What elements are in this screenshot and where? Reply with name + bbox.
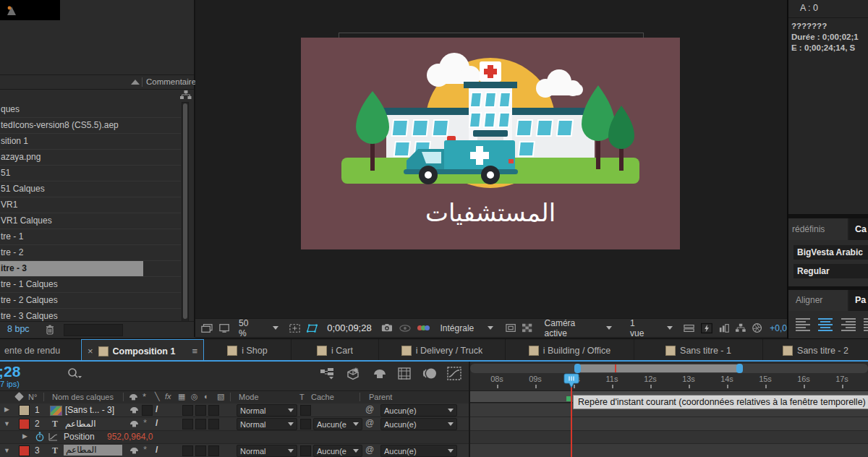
snapshot-camera-icon[interactable] [381, 323, 393, 333]
tab-sans-titre-2[interactable]: Sans titre - 2 [763, 339, 868, 362]
switch-box[interactable] [182, 419, 193, 430]
quality-switch[interactable]: / [156, 404, 158, 414]
always-preview-icon[interactable] [201, 323, 213, 333]
font-family-field[interactable]: BigVesta Arabic [793, 245, 868, 260]
track-row[interactable] [470, 431, 868, 444]
font-style-field[interactable]: Regular [793, 264, 868, 278]
collapse-switch[interactable] [142, 405, 153, 416]
mode-dropdown[interactable]: Normal [237, 445, 297, 457]
tab-caractere[interactable]: Ca [849, 218, 868, 240]
column-cache[interactable]: Cache [311, 393, 334, 401]
grid-guides-icon[interactable] [289, 323, 300, 333]
current-time-indicator[interactable] [563, 373, 579, 388]
tab-render-queue[interactable]: ente de rendu [0, 339, 81, 362]
rgb-channels-icon[interactable] [417, 325, 430, 330]
expand-icon[interactable]: ▼ [4, 447, 10, 454]
resolution-dropdown-icon[interactable] [488, 326, 493, 330]
comp-flowchart-icon[interactable] [736, 323, 746, 333]
parent-dropdown[interactable]: Aucun(e) [380, 404, 457, 417]
show-snapshot-eye-icon[interactable] [399, 324, 411, 333]
quality-switch[interactable]: / [156, 445, 158, 455]
mask-visibility-icon[interactable] [307, 323, 318, 333]
track-row[interactable] [470, 444, 868, 457]
switch-box[interactable] [195, 405, 206, 416]
project-item[interactable]: tedIcons-version8 (CS5.5).aep [0, 118, 181, 134]
timeline-button-icon[interactable] [719, 323, 729, 333]
tab-sans-titre-1[interactable]: Sans titre - 1 [634, 339, 763, 362]
layer-row-1[interactable]: ▶ 1 [Sans t... - 3] / Normal @ Aucun(e) [0, 403, 469, 417]
tab-i-shop[interactable]: i Shop [204, 339, 292, 362]
mode-dropdown[interactable]: Normal [237, 404, 297, 417]
parent-dropdown[interactable]: Aucun(e) [380, 418, 457, 430]
layer-color-swatch[interactable] [19, 419, 30, 430]
search-icon[interactable] [67, 367, 82, 380]
expand-icon[interactable]: ▶ [22, 432, 27, 440]
layer-row-3[interactable]: ▼ 3 T المطاعم * / Normal Aucun(e @ Aucun… [0, 444, 469, 457]
comp-mini-flowchart-icon[interactable] [320, 368, 336, 380]
project-item[interactable]: ques [0, 102, 181, 118]
timeline-current-time[interactable]: ;28 [0, 363, 20, 380]
navigator-bar[interactable] [577, 364, 741, 372]
layer-color-swatch[interactable] [19, 445, 30, 456]
quality-switch[interactable]: / [156, 418, 158, 428]
switch-box[interactable] [195, 445, 206, 456]
roi-icon[interactable] [506, 323, 516, 333]
switch-box[interactable] [208, 419, 219, 430]
shutter-icon[interactable] [752, 323, 762, 333]
timeline-navigator[interactable] [470, 364, 868, 373]
project-item[interactable]: VR1 [0, 197, 181, 213]
tab-close-icon[interactable]: × [88, 346, 93, 356]
resolution-select[interactable]: Intégrale [441, 323, 475, 333]
mode-dropdown[interactable]: Normal [237, 418, 297, 430]
switch-box[interactable] [182, 445, 193, 456]
motion-blur-icon[interactable] [422, 367, 437, 380]
track-matte-box[interactable] [300, 419, 311, 430]
layer-name[interactable]: [Sans t... - 3] [65, 405, 127, 415]
zoom-level[interactable]: 50 % [239, 318, 256, 338]
column-mode[interactable]: Mode [239, 393, 259, 401]
switch-box[interactable] [208, 405, 219, 416]
views-dropdown-icon[interactable] [667, 326, 673, 330]
project-item[interactable]: tre - 1 Calques [0, 277, 181, 293]
pickwhip-icon[interactable]: @ [365, 404, 374, 414]
tab-composition-1[interactable]: × Composition 1 ≡ [81, 339, 204, 362]
align-right-button[interactable] [841, 317, 856, 333]
view-layout-icon[interactable] [684, 324, 694, 333]
column-t[interactable]: T [299, 393, 305, 401]
pickwhip-icon[interactable]: @ [365, 418, 374, 428]
project-scrollbar-thumb[interactable] [183, 103, 187, 319]
pickwhip-icon[interactable]: @ [365, 445, 374, 455]
layer-name[interactable]: المطاعم [65, 419, 127, 429]
frame-blend-icon[interactable] [398, 367, 411, 380]
viewer-timecode[interactable]: 0;00;09;28 [327, 323, 371, 333]
project-item[interactable]: tre - 2 Calques [0, 293, 181, 309]
flowchart-icon[interactable] [180, 90, 192, 100]
panel-menu-icon[interactable]: ≡ [192, 346, 197, 356]
sort-icon[interactable] [131, 80, 140, 85]
tab-i-building-office[interactable]: i Building / Office [506, 339, 634, 362]
position-value[interactable]: 952,0,964,0 [107, 432, 153, 442]
position-property-row[interactable]: ▶ Position 952,0,964,0 [0, 431, 469, 444]
stopwatch-icon[interactable] [35, 432, 45, 442]
tag-icon[interactable] [14, 392, 24, 401]
expand-icon[interactable]: ▼ [4, 420, 10, 427]
project-item[interactable]: VR1 Calques [0, 213, 181, 229]
project-item[interactable]: sition 1 [0, 134, 181, 150]
column-parent[interactable]: Parent [369, 393, 392, 401]
tab-i-cart[interactable]: i Cart [292, 339, 379, 362]
tab-aligner[interactable]: Aligner [788, 290, 848, 311]
graph-editor-icon[interactable] [447, 367, 461, 380]
composition-canvas[interactable]: المستشفيات [301, 38, 680, 249]
graph-icon[interactable] [48, 432, 58, 441]
align-left-button[interactable] [796, 317, 810, 333]
draft-3d-icon[interactable] [346, 367, 360, 380]
expand-icon[interactable]: ▶ [4, 406, 9, 413]
track-matte-box[interactable] [300, 405, 311, 416]
project-item[interactable]: tre - 2 [0, 245, 181, 261]
camera-select[interactable]: Caméra active [545, 318, 594, 338]
align-center-button[interactable] [818, 317, 833, 333]
time-ruler[interactable]: 08s09s10s11s12s13s14s15s16s17s [470, 373, 868, 391]
layer-name-selected[interactable]: المطاعم [64, 445, 122, 456]
project-item[interactable]: 51 [0, 166, 181, 181]
zoom-dropdown-icon[interactable] [273, 326, 278, 330]
